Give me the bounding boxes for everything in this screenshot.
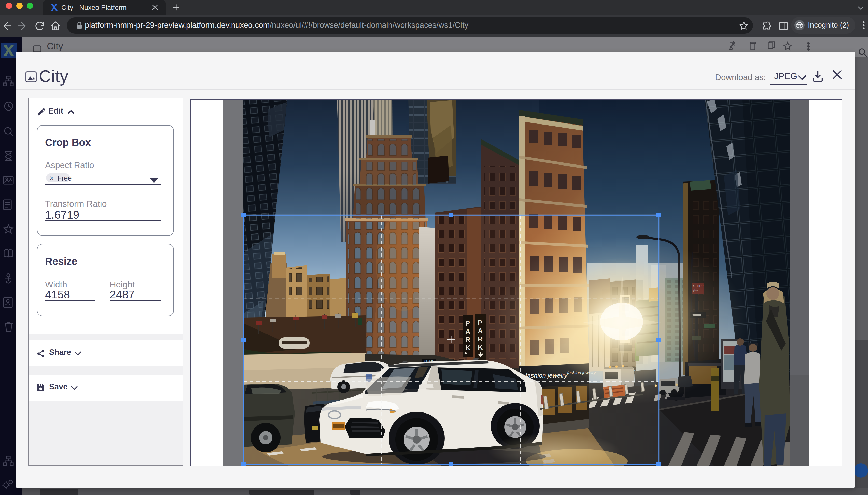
svg-text:R: R [465, 336, 470, 343]
svg-text:A: A [465, 328, 470, 335]
svg-text:P: P [465, 320, 470, 327]
svg-text:P: P [478, 319, 482, 327]
svg-text:K: K [465, 344, 470, 352]
svg-text:R: R [478, 335, 483, 343]
svg-text:K: K [478, 343, 483, 351]
svg-text:A: A [478, 327, 483, 335]
